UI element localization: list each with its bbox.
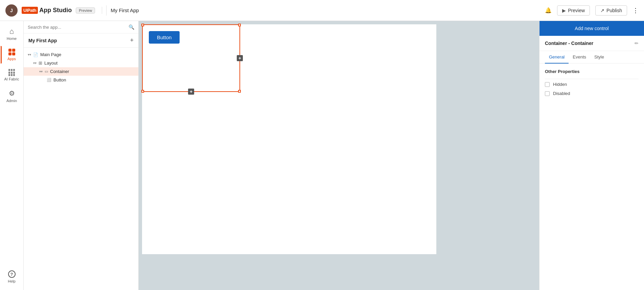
chevron-down-icon: ▾ <box>28 53 31 56</box>
header-logo: UiPath App Studio Preview <box>22 7 102 14</box>
property-disabled: Disabled <box>545 91 639 96</box>
button-icon: ⬜ <box>47 78 51 82</box>
disabled-label: Disabled <box>553 91 570 96</box>
resize-handle-bl[interactable] <box>141 90 144 93</box>
help-label: Help <box>8 279 16 283</box>
property-hidden: Hidden <box>545 82 639 87</box>
main-layout: ⌂ Home Apps AI Fabric ⚙ Admin ? Help <box>0 21 644 290</box>
right-panel-title-bar: Container - Container ✏ <box>539 36 644 51</box>
right-panel: Add new control Container - Container ✏ … <box>539 21 644 290</box>
resize-handle-bottom[interactable]: + <box>188 89 194 95</box>
admin-icon: ⚙ <box>9 89 15 97</box>
header: J UiPath App Studio Preview My First App… <box>0 0 644 21</box>
sidebar-item-ai-fabric[interactable]: AI Fabric <box>2 66 22 84</box>
tree-app-name: My First App <box>28 38 57 43</box>
header-actions: Preview Publish <box>545 5 639 16</box>
help-icon: ? <box>8 270 16 278</box>
logo-path: Path <box>27 8 36 13</box>
tree-app-header: My First App + <box>24 33 138 48</box>
button-label-tree: Button <box>53 77 66 82</box>
hidden-checkbox[interactable] <box>545 82 550 87</box>
notification-bell-icon[interactable] <box>545 7 552 14</box>
tree-item-container[interactable]: ▾ ▭ Container <box>24 67 138 76</box>
share-icon <box>600 8 604 13</box>
publish-button[interactable]: Publish <box>595 5 627 16</box>
ai-fabric-icon <box>8 69 15 76</box>
apps-label: Apps <box>7 57 16 61</box>
sidebar-item-home[interactable]: ⌂ Home <box>2 25 22 43</box>
logo-bracket: UiPath <box>22 7 38 14</box>
search-icon: 🔍 <box>129 24 134 30</box>
disabled-checkbox[interactable] <box>545 91 550 96</box>
play-icon <box>562 8 566 13</box>
plus-icon: + <box>190 89 192 94</box>
chevron-down-icon: ▾ <box>39 70 43 73</box>
ai-fabric-label: AI Fabric <box>4 77 19 81</box>
chevron-down-icon: ▾ <box>33 61 37 65</box>
canvas-button[interactable]: Button <box>149 31 180 44</box>
plus-icon: + <box>238 56 241 61</box>
tree-item-button[interactable]: ⬜ Button <box>24 76 138 84</box>
divider <box>545 79 639 79</box>
container-icon: ▭ <box>45 69 48 74</box>
right-panel-content: Other Properties Hidden Disabled <box>539 64 644 105</box>
resize-handle-tl[interactable] <box>141 24 144 26</box>
layout-label: Layout <box>44 61 58 66</box>
admin-label: Admin <box>6 99 17 103</box>
apps-icon <box>8 49 15 55</box>
icon-sidebar: ⌂ Home Apps AI Fabric ⚙ Admin ? Help <box>0 21 24 290</box>
canvas-area: + + Button <box>139 21 539 290</box>
right-panel-tabs: General Events Style <box>539 51 644 64</box>
tab-style[interactable]: Style <box>590 51 608 64</box>
add-new-control-button[interactable]: Add new control <box>539 21 644 36</box>
more-options-icon[interactable] <box>632 7 639 14</box>
sidebar-item-admin[interactable]: ⚙ Admin <box>2 87 22 105</box>
layout-icon: ⊞ <box>39 61 42 66</box>
search-input[interactable] <box>28 25 126 30</box>
home-icon: ⌂ <box>9 28 14 35</box>
sidebar-item-apps[interactable]: Apps <box>2 46 22 64</box>
preview-button[interactable]: Preview <box>557 5 590 16</box>
resize-handle-tr[interactable] <box>238 24 241 26</box>
tree-content: ▾ 📄 Main Page ▾ ⊞ Layout ▾ ▭ Container ⬜… <box>24 48 138 290</box>
tree-panel: 🔍 My First App + ▾ 📄 Main Page ▾ ⊞ Layou… <box>24 21 139 290</box>
container-label: Container <box>50 69 69 74</box>
resize-handle-right[interactable]: + <box>237 55 243 61</box>
active-indicator <box>1 46 2 64</box>
hidden-label: Hidden <box>553 82 567 87</box>
tree-item-layout[interactable]: ▾ ⊞ Layout <box>24 59 138 67</box>
tab-general[interactable]: General <box>545 51 569 64</box>
right-panel-title-text: Container - Container <box>545 41 593 46</box>
home-label: Home <box>7 37 17 41</box>
uipath-logo: UiPath App Studio <box>22 7 73 14</box>
tree-item-main-page[interactable]: ▾ 📄 Main Page <box>24 50 138 59</box>
tree-add-button[interactable]: + <box>130 37 134 44</box>
header-app-name: My First App <box>111 7 541 13</box>
tree-search-bar: 🔍 <box>24 21 138 33</box>
sidebar-item-help[interactable]: ? Help <box>2 268 22 286</box>
selected-container[interactable]: + + Button <box>142 24 240 92</box>
edit-icon[interactable]: ✏ <box>635 41 639 46</box>
header-divider <box>106 5 107 16</box>
main-page-label: Main Page <box>40 52 61 57</box>
page-icon: 📄 <box>33 52 38 57</box>
preview-badge: Preview <box>76 7 95 14</box>
tab-events[interactable]: Events <box>569 51 590 64</box>
avatar: J <box>5 4 18 17</box>
other-properties-title: Other Properties <box>545 69 639 74</box>
resize-handle-br[interactable] <box>238 90 241 93</box>
app-studio-label: App Studio <box>39 7 72 14</box>
